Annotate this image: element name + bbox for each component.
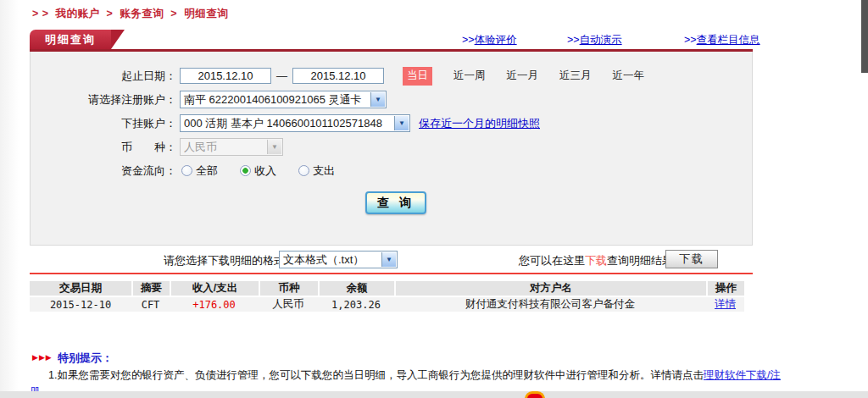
register-account-row: 请选择注册账户： 南平 6222001406100921065 灵通卡 ▼ [31, 91, 752, 108]
col-balance: 余额 [318, 281, 394, 296]
scrollbar-thumb[interactable] [861, 0, 868, 73]
tab-detail-query[interactable]: 明细查询 [30, 30, 111, 49]
notice-body: 1.如果您需要对您的银行资产、负债进行管理，您可以下载您的当日明细，导入工商银行… [48, 369, 704, 381]
radio-all-label: 全部 [196, 163, 218, 179]
radio-expense[interactable]: 支出 [298, 163, 335, 179]
col-amount: 收入/支出 [170, 281, 259, 296]
quick-range-month[interactable]: 近一月 [507, 69, 539, 83]
date-to-input[interactable] [292, 68, 384, 84]
quick-range-week[interactable]: 近一周 [453, 69, 486, 83]
breadcrumb-prefix: > > [32, 8, 49, 19]
cell-date: 2015-12-10 [30, 297, 131, 312]
download-format-select[interactable]: 文本格式（.txt） ▼ [279, 251, 398, 268]
radio-income-label: 收入 [254, 163, 276, 179]
radio-icon [181, 165, 192, 176]
col-action: 操作 [706, 281, 744, 296]
dropdown-arrow-icon: ▼ [394, 116, 409, 130]
download-format-label: 请您选择下载明细的格式 [164, 253, 285, 268]
table-header-row: 交易日期 摘要 收入/支出 币种 余额 对方户名 操作 [30, 281, 744, 296]
table-row: 2015-12-10 CFT +176.00 人民币 1,203.26 财付通支… [30, 297, 744, 312]
notice-title: 特别提示： [58, 351, 113, 366]
radio-expense-label: 支出 [313, 163, 335, 179]
currency-label: 币 种： [31, 140, 176, 155]
breadcrumb-separator: > [170, 8, 177, 19]
date-from-input[interactable] [180, 68, 271, 84]
link-prefix: >> [684, 34, 697, 46]
breadcrumb-separator: > [107, 8, 114, 19]
currency-row: 币 种： 人民币 ▼ [31, 138, 752, 156]
download-format-value: 文本格式（.txt） [283, 252, 364, 268]
link-prefix: >> [462, 34, 475, 46]
quick-range-year[interactable]: 近一年 [613, 69, 645, 83]
date-range-row: 起止日期： — 当日 近一周 近一月 近三月 近一年 [31, 67, 752, 85]
triple-arrow-icon: ▶▶▶ [32, 353, 53, 362]
date-range-label: 起止日期： [31, 69, 176, 84]
fund-flow-row: 资金流向： 全部 收入 支出 [31, 162, 752, 180]
notice-text: 1.如果您需要对您的银行资产、负债进行管理，您可以下载您的当日明细，导入工商银行… [48, 368, 781, 383]
icbc-logo-icon [525, 391, 545, 398]
dropdown-arrow-icon: ▼ [370, 92, 385, 107]
breadcrumb-item-my-account[interactable]: 我的账户 [56, 8, 100, 19]
download-hint: 您可以在这里下载查询明细结果 [519, 253, 673, 268]
link-view-column-info[interactable]: >>查看栏目信息 [684, 33, 760, 47]
detail-query-panel: 明细查询 >>体验评价 >>自动演示 >>查看栏目信息 起止日期： — 当日 近… [30, 30, 753, 246]
quick-range-today[interactable]: 当日 [403, 67, 432, 86]
link-experience-rating[interactable]: >>体验评价 [462, 33, 517, 47]
date-dash: — [276, 69, 287, 82]
fund-flow-label: 资金流向： [31, 163, 176, 179]
breadcrumb-item-detail-query[interactable]: 明细查询 [184, 8, 228, 19]
sub-account-row: 下挂账户： 000 活期 基本户 1406600101102571848 ▼ 保… [31, 114, 752, 132]
link-prefix: >> [567, 34, 580, 46]
download-button[interactable]: 下载 [665, 250, 718, 268]
sub-account-select[interactable]: 000 活期 基本户 1406600101102571848 ▼ [180, 114, 410, 132]
snapshot-link[interactable]: 保存近一个月的明细快照 [419, 116, 540, 131]
sub-account-value: 000 活期 基本户 1406600101102571848 [184, 116, 382, 131]
breadcrumb-item-account-query[interactable]: 账务查询 [120, 8, 164, 19]
detail-link[interactable]: 详情 [715, 298, 736, 310]
query-button[interactable]: 查 询 [365, 191, 426, 214]
cell-balance: 1,203.26 [318, 297, 394, 312]
results-table: 交易日期 摘要 收入/支出 币种 余额 对方户名 操作 2015-12-10 C… [30, 279, 744, 313]
col-currency: 币种 [259, 281, 318, 296]
col-summary: 摘要 [131, 281, 170, 296]
section-divider [30, 273, 753, 274]
page: > > 我的账户 > 账务查询 > 明细查询 明细查询 >>体验评价 >>自动演… [0, 0, 868, 398]
breadcrumb: > > 我的账户 > 账务查询 > 明细查询 [32, 7, 231, 21]
radio-selected-icon [240, 165, 251, 176]
currency-select: 人民币 ▼ [180, 138, 283, 156]
cell-amount: +176.00 [170, 297, 259, 312]
radio-all[interactable]: 全部 [181, 163, 218, 179]
col-counterparty: 对方户名 [394, 281, 706, 296]
cell-counterparty: 财付通支付科技有限公司客户备付金 [394, 297, 706, 312]
bottom-bar [0, 391, 868, 398]
cell-currency: 人民币 [259, 297, 318, 312]
query-form: 起止日期： — 当日 近一周 近一月 近三月 近一年 请选择注册账户： 南平 6… [30, 52, 753, 246]
col-date: 交易日期 [30, 281, 131, 296]
radio-income[interactable]: 收入 [240, 163, 276, 179]
hint-after: 查询明细结果 [607, 254, 673, 267]
hint-before: 您可以在这里 [519, 254, 585, 267]
software-download-link[interactable]: 理财软件下载/注 [704, 369, 781, 381]
radio-icon [298, 165, 309, 176]
link-auto-demo[interactable]: >>自动演示 [567, 33, 622, 47]
register-account-value: 南平 6222001406100921065 灵通卡 [184, 92, 362, 108]
dropdown-arrow-icon: ▼ [267, 140, 281, 154]
cell-summary: CFT [131, 297, 170, 312]
dropdown-arrow-icon: ▼ [381, 252, 396, 267]
register-account-label: 请选择注册账户： [31, 92, 176, 108]
register-account-select[interactable]: 南平 6222001406100921065 灵通卡 ▼ [180, 91, 387, 108]
sub-account-label: 下挂账户： [31, 116, 176, 131]
hint-download-word: 下载 [585, 254, 607, 267]
currency-value: 人民币 [184, 140, 217, 155]
quick-range-3months[interactable]: 近三月 [559, 69, 592, 83]
